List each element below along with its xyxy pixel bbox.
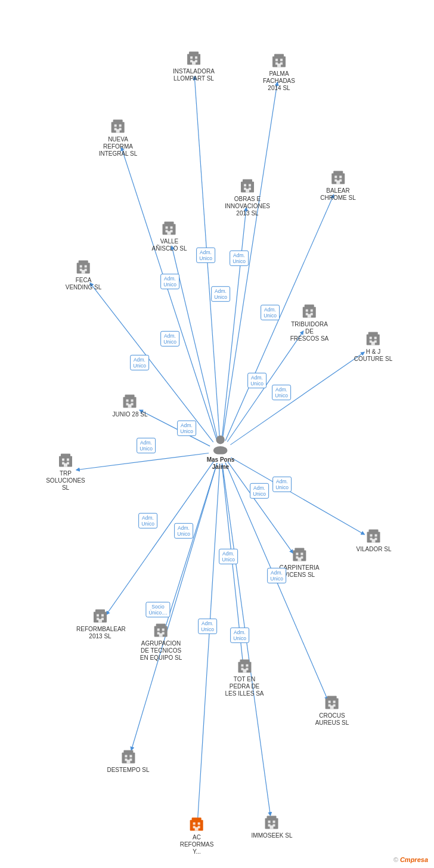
svg-rect-108 (296, 553, 298, 555)
role-badge-b10[interactable]: Adm.Unico (177, 421, 196, 436)
svg-rect-98 (64, 464, 67, 467)
company-label: OBRAS EINNOVACIONES2013 SL (225, 196, 270, 217)
badge-label: Adm.Unico (219, 549, 238, 564)
badge-label: Adm.Unico (130, 355, 149, 370)
svg-rect-107 (294, 548, 304, 552)
svg-rect-25 (195, 57, 197, 59)
company-label: JUNIO 28 SL (113, 411, 148, 418)
company-node-feca_vending[interactable]: FECAVENDING SL (66, 258, 102, 291)
svg-rect-115 (97, 614, 99, 617)
badge-label: Adm.Unico (196, 248, 215, 263)
svg-line-3 (222, 208, 246, 440)
role-badge-b16[interactable]: Adm.Unico (219, 549, 238, 564)
badge-label: Adm.Unico (138, 513, 157, 529)
svg-rect-100 (369, 530, 379, 533)
company-node-instaladora[interactable]: INSTALADORALLOMPART SL (173, 50, 215, 82)
company-node-junio28[interactable]: JUNIO 28 SL (113, 393, 148, 418)
company-node-balear_chrome[interactable]: BALEARCHROME SL (320, 169, 355, 202)
company-label: IMMOSEEK SL (252, 832, 293, 839)
role-badge-b3[interactable]: Adm.Unico (160, 274, 179, 289)
badge-label: Adm.Unico (247, 373, 266, 388)
svg-rect-84 (371, 342, 375, 345)
company-label: TRPSOLUCIONES SL (42, 470, 89, 492)
svg-rect-38 (114, 125, 117, 127)
company-label: TOT ENPEDRA DELES ILLES SA (225, 676, 264, 697)
company-node-agrupacion[interactable]: AGRUPACIONDE TECNICOSEN EQUIPO SL (140, 622, 182, 662)
svg-rect-77 (308, 314, 311, 318)
badge-label: Adm.Unico (230, 628, 249, 643)
svg-rect-44 (243, 180, 252, 183)
role-badge-b4[interactable]: Adm.Unico (211, 286, 230, 302)
company-node-palma_fachadas[interactable]: PALMAFACHADAS2014 SL (263, 52, 295, 92)
role-badge-b19[interactable]: Adm.Unico (198, 619, 217, 634)
badge-label: Adm.Unico (250, 483, 269, 499)
role-badge-b9[interactable]: Adm.Unico (272, 385, 291, 400)
role-badge-b6[interactable]: Adm.Unico (130, 355, 149, 370)
svg-rect-121 (156, 624, 166, 628)
watermark: © Cmpresa (393, 856, 428, 863)
role-badge-b18[interactable]: SocioÚnico.... (145, 602, 170, 617)
svg-rect-154 (195, 827, 199, 831)
company-node-reformbalear[interactable]: REFORMBALEAR2013 SL (76, 607, 124, 640)
person-icon (210, 433, 231, 455)
role-badge-b17[interactable]: Adm.Unico (267, 568, 286, 583)
svg-rect-150 (193, 823, 196, 825)
svg-rect-144 (129, 755, 132, 758)
svg-rect-46 (249, 184, 251, 187)
role-badge-b14[interactable]: Adm.Unico (138, 513, 157, 529)
company-node-vilador[interactable]: VILADOR SL (356, 527, 392, 553)
svg-rect-156 (267, 816, 277, 820)
company-node-trp_soluciones[interactable]: TRPSOLUCIONES SL (42, 452, 89, 492)
badge-label: Adm.Unico (267, 568, 286, 583)
company-node-nueva_reforma[interactable]: NUEVAREFORMAINTEGRAL SL (99, 118, 138, 157)
svg-rect-28 (192, 61, 196, 65)
badge-label: Adm.Unico (160, 331, 179, 347)
svg-rect-126 (159, 634, 163, 637)
role-badge-b1[interactable]: Adm.Unico (196, 248, 215, 263)
svg-rect-136 (328, 701, 331, 703)
role-badge-b20[interactable]: Adm.Unico (230, 628, 249, 643)
svg-rect-81 (374, 337, 377, 339)
svg-rect-112 (297, 558, 301, 561)
svg-point-21 (213, 446, 227, 455)
svg-rect-147 (126, 760, 130, 764)
company-node-hj_couture[interactable]: H & JCOUTURE SL (354, 330, 392, 363)
company-node-destempo[interactable]: DESTEMPO SL (107, 748, 149, 774)
svg-rect-133 (243, 669, 246, 673)
company-node-crocus_aureus[interactable]: CROCUSAUREUS SL (315, 694, 349, 727)
role-badge-b13[interactable]: Adm.Unico (272, 477, 292, 492)
company-node-obras_innovaciones[interactable]: OBRAS EINNOVACIONES2013 SL (225, 177, 270, 217)
role-badge-b8[interactable]: Adm.Unico (247, 373, 266, 388)
role-badge-b11[interactable]: Adm.Unico (137, 438, 156, 453)
svg-rect-86 (125, 395, 135, 399)
svg-rect-161 (270, 826, 274, 829)
role-badge-b15[interactable]: Adm.Unico (174, 523, 193, 539)
svg-rect-23 (189, 52, 199, 55)
svg-rect-56 (336, 181, 340, 184)
company-node-tot_en_pedra[interactable]: TOT ENPEDRA DELES ILLES SA (225, 657, 264, 697)
company-label: INSTALADORALLOMPART SL (173, 68, 215, 82)
center-node[interactable]: Mas PonsJaime (207, 433, 235, 471)
svg-rect-79 (368, 332, 378, 336)
svg-line-13 (106, 461, 213, 614)
company-node-distribuidora[interactable]: TRIBUIDORADEFRESCOS SA (290, 302, 328, 342)
svg-rect-30 (274, 54, 284, 58)
svg-rect-37 (113, 120, 123, 123)
role-badge-b2[interactable]: Adm.Unico (230, 251, 249, 266)
company-node-valle_anisclo[interactable]: VALLEAÑISCLO SL (152, 220, 187, 252)
company-label: FECAVENDING SL (66, 277, 102, 291)
company-node-immoseek[interactable]: IMMOSEEK SL (252, 814, 293, 839)
svg-line-18 (197, 464, 220, 824)
company-label: VILADOR SL (356, 546, 392, 553)
company-node-ac_reformas[interactable]: ACREFORMASY... (180, 816, 214, 855)
role-badge-b12[interactable]: Adm.Unico (250, 483, 269, 499)
svg-line-17 (131, 463, 217, 750)
svg-rect-70 (82, 270, 85, 274)
role-badge-b7[interactable]: Adm.Unico (160, 331, 179, 347)
role-badge-b5[interactable]: Adm.Unico (261, 305, 280, 320)
svg-rect-88 (131, 400, 134, 402)
svg-rect-158 (273, 821, 275, 823)
svg-rect-49 (246, 189, 249, 193)
badge-label: Adm.Unico (272, 385, 291, 400)
svg-rect-91 (128, 404, 132, 408)
